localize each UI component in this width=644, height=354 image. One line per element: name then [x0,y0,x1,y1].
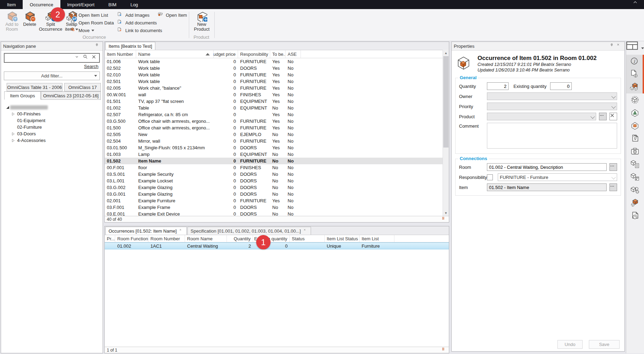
add-images-button[interactable]: + Add Images [117,11,149,19]
existing-quantity-field[interactable] [550,82,572,90]
column-header-responsibility[interactable]: Responsibility [238,50,270,58]
toolbar-button-item-data-sheet[interactable] [626,68,643,81]
toolbar-button-sub-items[interactable] [626,197,644,210]
tab-items-list[interactable]: Items [Beatrix to Test] [105,42,155,50]
pin-icon[interactable] [95,43,101,49]
tree-item-01-equipment[interactable]: 01-Equipment [3,117,103,124]
table-row[interactable]: 02.501Work table0FURNITUREYesNo [105,78,449,85]
clear-search-icon[interactable] [91,54,99,61]
column-header-room-name[interactable]: Room Name [185,235,227,242]
tab-omniclass-31[interactable]: OmniClass Table 31 - 2006 [7,83,62,91]
open-room-data-button[interactable]: Open Room Data [71,19,114,27]
column-header-status[interactable]: Status [290,235,325,242]
toolbar-button-item-relations[interactable] [626,184,644,197]
open-item-list-button[interactable]: Open Item List [71,11,108,19]
export-icon[interactable] [442,348,447,353]
toolbar-button-classification[interactable] [626,106,644,119]
items-scrollbar[interactable]: ▲ ▼ [443,50,449,216]
room-browse-button[interactable] [609,163,617,171]
quantity-field[interactable] [487,82,509,90]
toolbar-button-photos[interactable] [626,145,644,158]
ribbon-tab-log[interactable]: Log [124,0,145,9]
tab-occurrences[interactable]: Occurrences [01.502: Item Name] [105,227,187,235]
ribbon-tab-item[interactable]: Item [0,0,23,9]
tree-item-4-accessories[interactable]: 4-Accessories [3,137,103,144]
tab-omniclass-23[interactable]: OmniClass 23 [2012-05-16] [41,91,101,100]
table-row[interactable]: 02.505New0EJEMPLONoNo [105,131,449,138]
tree-item-03-doors[interactable]: 03-Doors [3,130,103,137]
column-header-to-be[interactable]: To be... [270,50,286,58]
undo-button[interactable]: Undo [557,340,583,349]
product-dropdown[interactable] [487,113,596,120]
scroll-up-arrow[interactable]: ▲ [443,50,449,56]
table-row[interactable]: 02.010Work table0FURNITUREYesNo [105,71,449,78]
table-row[interactable]: 03.G.001Example Glazing0DOORSNoNo [105,191,449,197]
table-row[interactable]: 00.W.001wall0FINISHESYesNo [105,91,449,98]
panel-layout-button[interactable] [626,42,644,55]
table-row[interactable]: 03.L.001Example Lockset0DOORSNoNo [105,178,449,184]
pin-icon[interactable] [610,43,615,49]
tree-expand-arrow-icon[interactable] [11,131,16,136]
scroll-down-arrow[interactable]: ▼ [443,210,449,216]
ribbon-tab-import-export[interactable]: Import/Export [60,0,102,9]
table-row[interactable]: 03.G.002Example Glazing0DOORSNoNo [105,184,449,191]
responsibility-checkbox[interactable] [487,174,493,180]
close-tab-icon[interactable] [304,229,308,233]
chevron-down-icon[interactable] [74,54,82,61]
product-browse-button[interactable] [599,113,607,120]
toolbar-button-item-structure[interactable] [626,158,644,171]
priority-dropdown[interactable] [487,103,617,110]
close-panel-icon[interactable] [617,43,622,49]
responsibility-dropdown[interactable]: FURNITURE - Furniture [498,173,617,181]
delete-button[interactable]: − Delete [22,10,38,27]
tree-expand-arrow-icon[interactable] [11,112,16,116]
tree-item-00-finishes[interactable]: 00-Finishes [3,111,103,117]
add-documents-button[interactable]: + Add documents [117,19,157,27]
move-button[interactable]: Move [71,27,94,34]
room-field[interactable] [487,163,607,171]
scrollbar-thumb[interactable] [443,56,449,148]
table-row[interactable]: 02.001Example Furniture0FURNITUREYesNo [105,197,449,204]
link-to-documents-button[interactable]: Link to documents [117,27,162,34]
column-header-quantity[interactable]: Quantity [227,235,253,242]
table-row-selected[interactable]: 01.502Item Name0FURNITURENoNo [105,158,449,164]
table-row[interactable]: 00.F.001floor0FINISHESNoNo [105,164,449,171]
tree-item-02-furniture[interactable]: 02-Furniture [3,124,103,130]
tab-omniclass-17[interactable]: OmniClass 17 [64,83,101,91]
column-header-room-number[interactable]: Room Number [148,235,185,242]
table-row[interactable]: 03.F.001Example Frame0DOORSNoNo [105,204,449,211]
tab-item-groups[interactable]: Item Groups [4,91,41,100]
table-row[interactable]: 02.502Work table0DOORSYesNo [105,65,449,71]
search-input[interactable] [5,54,74,61]
add-filter-dropdown[interactable]: Add filter... [4,71,100,80]
table-row[interactable]: 01.501TV, app 37 "flat screen0EQUIPMENTY… [105,98,449,105]
column-header-ase[interactable]: ASE [286,50,301,58]
close-tab-icon[interactable] [179,229,184,233]
table-row[interactable]: 01.500Office chair with armrests, ergono… [105,125,449,131]
table-row[interactable]: 03.S.001Example Security0DOORSNoNo [105,171,449,178]
tree-expand-arrow-icon[interactable] [5,105,10,110]
table-row[interactable]: 01.006Work table0FURNITUREYesNo [105,58,449,65]
new-product-button[interactable]: + New Product [192,10,212,32]
tab-specification[interactable]: Specification [01.001, 01.002, 01.003, 0… [187,227,311,235]
toolbar-button-item-matrix[interactable] [626,171,644,184]
item-field[interactable] [487,183,607,191]
ribbon-tab-bim[interactable]: BIM [102,0,124,9]
table-row-selected[interactable]: 01.0021AC1Central Waiting20UniqueFurnitu… [105,242,449,249]
column-header-name[interactable]: Name [136,50,214,58]
table-row[interactable]: 02.504Mirror, wall0FURNITUREYesNo [105,138,449,144]
add-to-room-button[interactable]: + Add to Room [3,10,21,32]
open-item-button[interactable]: Open Item [158,11,187,19]
toolbar-button-product-3d[interactable] [626,93,644,106]
column-header-room-function[interactable]: Room Function #: [115,235,148,242]
table-row[interactable]: 03.G.500Office chair with armrests, ergo… [105,118,449,125]
table-row[interactable]: 01.002Table0EQUIPMENTNoNo [105,105,449,111]
column-header-pr[interactable]: Pr... [105,235,115,242]
comment-field[interactable] [487,123,617,149]
column-header-budget-price[interactable]: Budget price [214,50,238,58]
toolbar-button-occurrences[interactable] [626,81,643,93]
column-header-item-list-status[interactable]: Item List Status [325,235,360,242]
search-link[interactable]: Search [84,64,98,69]
tree-item-redacted[interactable] [3,104,103,111]
toolbar-button-info[interactable]: i [626,55,643,68]
